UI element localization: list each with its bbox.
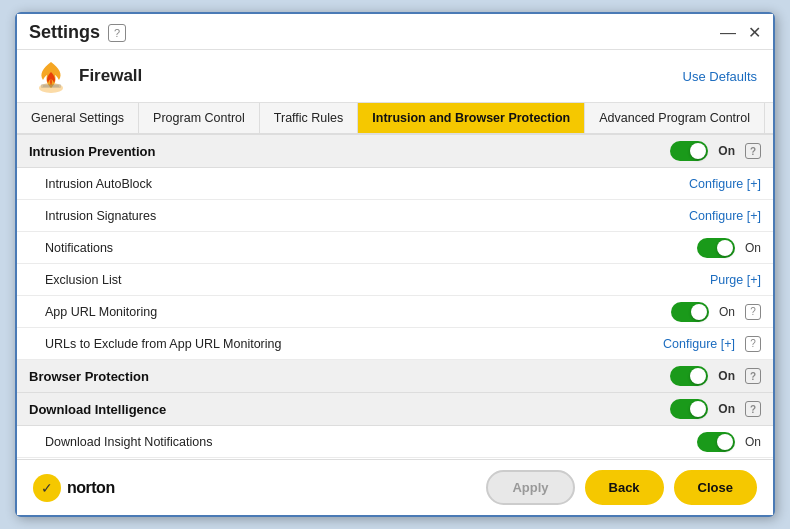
title-bar: Settings ? — ✕ [17,14,773,50]
download-intelligence-header: Download Intelligence On ? [17,393,773,426]
app-url-monitoring-label: App URL Monitoring [45,305,157,319]
use-defaults-button[interactable]: Use Defaults [683,69,757,84]
firewall-icon [33,58,69,94]
tab-traffic-rules[interactable]: Traffic Rules [260,103,358,133]
download-notifications-label: Download Insight Notifications [45,435,212,449]
download-intelligence-help-icon[interactable]: ? [745,401,761,417]
footer-buttons: Apply Back Close [486,470,757,505]
app-url-monitoring-right: On ? [671,302,761,322]
intrusion-autoblock-right: Configure [+] [689,177,761,191]
url-exclude-label: URLs to Exclude from App URL Monitoring [45,337,281,351]
back-button[interactable]: Back [585,470,664,505]
section-title: Firewall [79,66,142,86]
download-notifications-right: On [697,432,761,452]
title-controls: — ✕ [720,25,761,41]
apply-button[interactable]: Apply [486,470,574,505]
tab-general-settings[interactable]: General Settings [17,103,139,133]
close-window-button[interactable]: ✕ [748,25,761,41]
intrusion-autoblock-label: Intrusion AutoBlock [45,177,152,191]
tab-intrusion-browser[interactable]: Intrusion and Browser Protection [358,103,585,133]
intrusion-signatures-right: Configure [+] [689,209,761,223]
app-url-monitoring-toggle[interactable] [671,302,709,322]
exclusion-list-label: Exclusion List [45,273,121,287]
download-notifications-row: Download Insight Notifications On [17,426,773,458]
notifications-right: On [697,238,761,258]
app-url-monitoring-help-icon[interactable]: ? [745,304,761,320]
download-intelligence-toggle-label: On [718,402,735,416]
tabs-row: General Settings Program Control Traffic… [17,103,773,135]
notifications-toggle-label: On [745,241,761,255]
exclusion-list-right: Purge [+] [710,273,761,287]
notifications-label: Notifications [45,241,113,255]
intrusion-prevention-toggle[interactable] [670,141,708,161]
download-notifications-toggle[interactable] [697,432,735,452]
header-left: Firewall [33,58,142,94]
norton-brand-text: norton [67,479,115,497]
download-intelligence-toggle[interactable] [670,399,708,419]
intrusion-prevention-controls: On ? [670,141,761,161]
title-help-icon[interactable]: ? [108,24,126,42]
settings-content: Intrusion Prevention On ? Intrusion Auto… [17,135,773,459]
browser-protection-toggle-label: On [718,369,735,383]
header-row: Firewall Use Defaults [17,50,773,103]
intrusion-signatures-row: Intrusion Signatures Configure [+] [17,200,773,232]
browser-protection-controls: On ? [670,366,761,386]
intrusion-signatures-label: Intrusion Signatures [45,209,156,223]
intrusion-prevention-toggle-label: On [718,144,735,158]
browser-protection-label: Browser Protection [29,369,149,384]
app-url-monitoring-row: App URL Monitoring On ? [17,296,773,328]
url-exclude-help-icon[interactable]: ? [745,336,761,352]
intrusion-prevention-label: Intrusion Prevention [29,144,155,159]
footer: ✓ norton Apply Back Close [17,459,773,515]
norton-logo: ✓ norton [33,474,115,502]
browser-protection-toggle[interactable] [670,366,708,386]
exclusion-list-row: Exclusion List Purge [+] [17,264,773,296]
tab-program-control[interactable]: Program Control [139,103,260,133]
tab-advanced-program[interactable]: Advanced Program Control [585,103,765,133]
url-exclude-configure[interactable]: Configure [+] [663,337,735,351]
exclusion-list-purge[interactable]: Purge [+] [710,273,761,287]
settings-window: Settings ? — ✕ Firewall Use Defaults Gen… [15,12,775,517]
download-notifications-toggle-label: On [745,435,761,449]
window-title: Settings [29,22,100,43]
norton-check-icon: ✓ [33,474,61,502]
app-url-monitoring-toggle-label: On [719,305,735,319]
close-button[interactable]: Close [674,470,757,505]
browser-protection-help-icon[interactable]: ? [745,368,761,384]
url-exclude-row: URLs to Exclude from App URL Monitoring … [17,328,773,360]
download-intelligence-controls: On ? [670,399,761,419]
intrusion-autoblock-configure[interactable]: Configure [+] [689,177,761,191]
url-exclude-right: Configure [+] ? [663,336,761,352]
intrusion-prevention-header: Intrusion Prevention On ? [17,135,773,168]
download-intelligence-label: Download Intelligence [29,402,166,417]
minimize-button[interactable]: — [720,25,736,41]
intrusion-signatures-configure[interactable]: Configure [+] [689,209,761,223]
notifications-toggle[interactable] [697,238,735,258]
intrusion-prevention-help-icon[interactable]: ? [745,143,761,159]
notifications-row: Notifications On [17,232,773,264]
title-bar-left: Settings ? [29,22,126,43]
intrusion-autoblock-row: Intrusion AutoBlock Configure [+] [17,168,773,200]
browser-protection-header: Browser Protection On ? [17,360,773,393]
